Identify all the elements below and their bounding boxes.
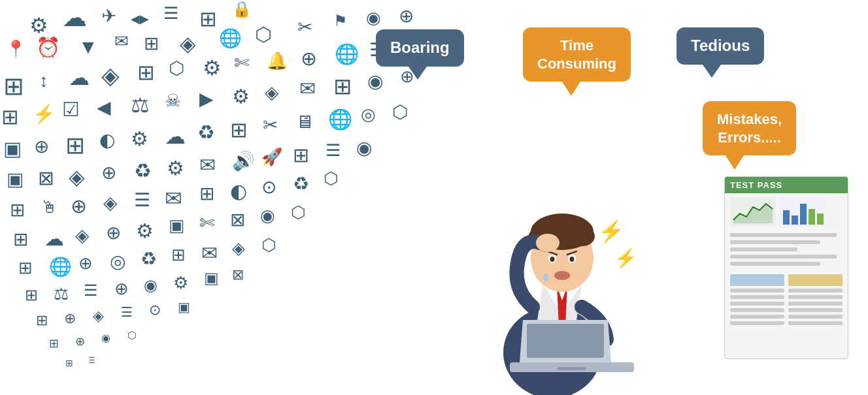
svg-point-6 xyxy=(571,227,595,246)
cloud-icon-0: ⚙ xyxy=(29,13,48,38)
cloud-icon-5: ⊞ xyxy=(199,7,217,31)
cloud-icon-43: ◉ xyxy=(367,71,383,92)
cloud-icon-112: ⊙ xyxy=(149,302,161,319)
svg-rect-24 xyxy=(800,204,807,225)
cloud-icon-62: ♻ xyxy=(134,159,152,182)
bubble-boring-text: Boaring xyxy=(390,39,450,56)
cloud-icon-27: 🔔 xyxy=(267,51,288,71)
person-illustration: ⚡ ⚡ xyxy=(444,131,680,395)
cloud-icon-87: ✄ xyxy=(199,212,214,234)
cloud-icon-94: ◎ xyxy=(110,251,125,272)
cloud-icon-67: ⊞ xyxy=(293,144,309,166)
cloud-icon-106: ▣ xyxy=(204,269,219,287)
report-lines xyxy=(725,230,848,272)
cloud-icon-118: ⊞ xyxy=(65,358,73,368)
cloud-icon-81: ⊞ xyxy=(13,229,28,250)
cloud-icon-84: ⊕ xyxy=(106,222,121,244)
cloud-icon-56: ◎ xyxy=(361,104,376,125)
cloud-icon-99: ⬡ xyxy=(261,235,276,255)
col-color-1 xyxy=(730,274,784,286)
cloud-icon-65: 🔊 xyxy=(232,150,255,172)
cloud-icon-88: ⊠ xyxy=(230,209,245,230)
cloud-icon-35: ◀ xyxy=(97,97,111,118)
cloud-icon-105: ⚙ xyxy=(173,273,188,293)
cloud-icon-117: ⬡ xyxy=(127,329,137,341)
col-color-2 xyxy=(788,274,843,286)
cloud-icon-25: ⚙ xyxy=(203,55,222,80)
svg-point-14 xyxy=(543,274,548,281)
cloud-icon-48: ◐ xyxy=(99,129,115,151)
cloud-icon-36: ⚖ xyxy=(131,93,150,118)
cloud-icon-98: ◈ xyxy=(232,238,245,259)
cloud-icon-9: ▼ xyxy=(78,36,98,58)
cloud-icon-110: ◈ xyxy=(93,308,104,324)
cloud-icon-21: ☁ xyxy=(69,65,90,90)
bubble-mistakes: Mistakes,Errors..... xyxy=(703,101,796,155)
cloud-icon-72: ⊕ xyxy=(71,195,87,217)
cloud-icon-49: ⚙ xyxy=(131,127,148,150)
cloud-icon-14: ⬡ xyxy=(255,23,272,46)
cloud-icon-119: ☰ xyxy=(88,356,95,365)
cloud-icon-107: ⊠ xyxy=(232,266,244,283)
cloud-icon-11: ⊞ xyxy=(144,33,159,54)
cloud-icon-61: ⊕ xyxy=(101,162,116,183)
cloud-icon-53: ✂ xyxy=(263,114,278,136)
cloud-icon-50: ☁ xyxy=(165,124,186,149)
cloud-icon-1: ☁ xyxy=(62,3,87,32)
svg-rect-17 xyxy=(527,324,604,358)
cloud-icon-15: ✂ xyxy=(297,16,312,38)
cloud-icon-71: 🖱 xyxy=(41,197,58,217)
cloud-icon-97: ✉ xyxy=(201,242,218,264)
cloud-icon-24: ⬡ xyxy=(169,57,184,79)
cloud-icon-68: ☰ xyxy=(326,140,341,161)
cloud-icon-109: ⊕ xyxy=(64,310,76,327)
cloud-icon-20: ↕ xyxy=(39,71,48,91)
cloud-icon-58: ▣ xyxy=(7,168,24,190)
col-line-10 xyxy=(788,308,843,312)
cloud-icon-18: ⊕ xyxy=(399,5,414,27)
report-two-col xyxy=(725,272,848,330)
line-chart xyxy=(730,197,776,227)
report-col-right xyxy=(788,274,843,328)
cloud-icon-59: ⊠ xyxy=(38,166,54,189)
lightning-1: ⚡ xyxy=(598,219,624,244)
report-document: TEST PASS xyxy=(724,176,848,359)
col-line-11 xyxy=(788,315,843,319)
cloud-icon-42: ⊞ xyxy=(333,73,352,99)
cloud-icon-8: ⏰ xyxy=(36,36,60,59)
col-line-9 xyxy=(788,302,843,306)
cloud-icon-41: ✉ xyxy=(299,77,316,100)
cloud-icon-95: ♻ xyxy=(141,248,157,270)
svg-rect-25 xyxy=(809,209,815,225)
col-line-3 xyxy=(730,302,784,306)
cloud-icon-103: ⊕ xyxy=(114,279,129,299)
bubble-tedious-text: Tedious xyxy=(691,37,750,54)
cloud-icon-114: ⊞ xyxy=(49,336,59,351)
cloud-icon-89: ◉ xyxy=(260,206,275,226)
cloud-icon-70: ⊞ xyxy=(10,199,25,221)
cloud-icon-92: 🌐 xyxy=(49,256,72,277)
svg-rect-23 xyxy=(792,215,798,225)
lightning-2: ⚡ xyxy=(614,247,637,269)
cloud-icon-45: ▣ xyxy=(3,137,22,160)
cloud-icon-86: ▣ xyxy=(169,215,185,236)
cloud-icon-96: ⊞ xyxy=(171,245,186,265)
cloud-icon-12: ◈ xyxy=(180,31,196,56)
report-line-3 xyxy=(730,247,797,251)
report-charts xyxy=(725,193,848,230)
cloud-icon-73: ◈ xyxy=(103,192,118,213)
cloud-icon-76: ⊞ xyxy=(199,183,214,204)
bubble-boring: Boaring xyxy=(376,29,464,67)
cloud-icon-10: ✉ xyxy=(114,31,129,52)
col-line-1 xyxy=(730,289,784,292)
report-header: TEST PASS xyxy=(725,177,848,193)
cloud-icon-108: ⊞ xyxy=(36,312,48,329)
cloud-icon-28: ⊕ xyxy=(301,47,317,70)
report-line-4 xyxy=(730,255,837,259)
cloud-icon-104: ◉ xyxy=(144,276,158,294)
cloud-icon-7: 📍 xyxy=(5,39,26,59)
bubble-tedious: Tedious xyxy=(676,27,764,65)
cloud-icon-54: 🖥 xyxy=(295,111,314,133)
cloud-icon-101: ⚖ xyxy=(54,284,69,304)
cloud-icon-3: ◀▶ xyxy=(131,12,149,26)
